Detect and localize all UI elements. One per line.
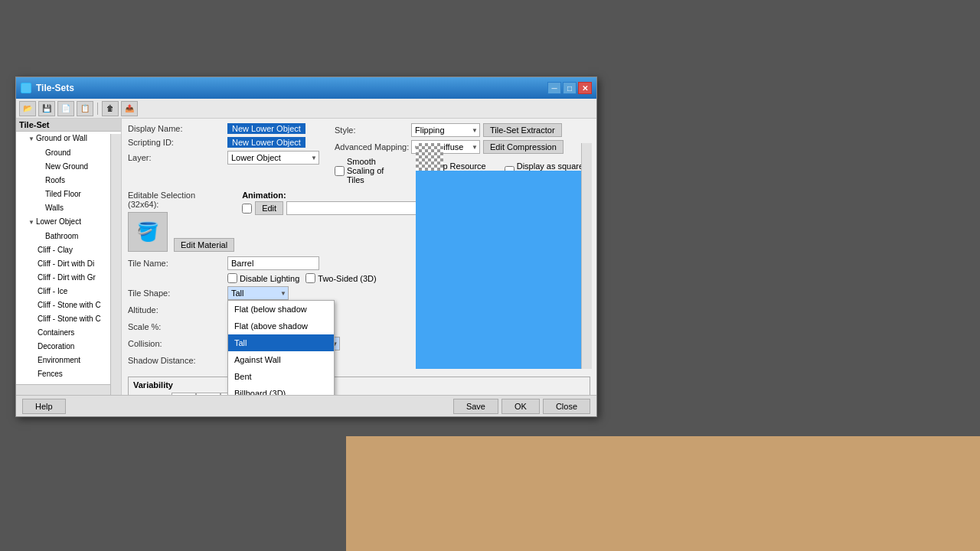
tree-item-bathroom[interactable]: Bathroom: [16, 230, 121, 243]
preview-scrollbar[interactable]: [581, 143, 592, 369]
toolbar-copy-button[interactable]: 📋: [77, 101, 93, 116]
scripting-id-row: Scripting ID: New Lower Object: [128, 137, 319, 148]
window-icon: [21, 83, 31, 93]
style-value: Flipping Tile-Set Extractor: [411, 123, 562, 137]
tree-content[interactable]: ▼Ground or Wall Ground New Ground Roofs …: [16, 132, 121, 393]
tree-item-decoration[interactable]: Decoration: [16, 340, 121, 354]
tree-header: Tile-Set: [16, 119, 121, 132]
toolbar-save-button[interactable]: 💾: [38, 101, 55, 116]
minimize-button[interactable]: ─: [547, 82, 561, 94]
tile-preview-box: 🪣: [128, 212, 168, 252]
dropdown-tall[interactable]: Tall: [228, 334, 334, 351]
tree-item-ground[interactable]: Ground: [16, 146, 121, 160]
toolbar-open-button[interactable]: 📂: [19, 101, 36, 116]
two-sided-label[interactable]: Two-Sided (3D): [305, 273, 376, 283]
disable-lighting-checkbox[interactable]: [227, 273, 237, 283]
props-panel: Display Name: New Lower Object Scripting…: [122, 119, 596, 395]
scale-label: Scale %:: [128, 322, 227, 331]
dropdown-billboard[interactable]: Billboard (3D): [228, 385, 334, 395]
tileset-extractor-button[interactable]: Tile-Set Extractor: [483, 123, 562, 137]
toolbar-delete-button[interactable]: 🗑: [102, 101, 119, 116]
tree-item-cliff-dirt1[interactable]: Cliff - Dirt with Di: [16, 257, 121, 271]
style-select-wrapper: Flipping: [411, 123, 480, 137]
tile-name-row: Tile Name:: [128, 256, 377, 270]
tree-item-fences[interactable]: Fences: [16, 367, 121, 381]
disable-lighting-label[interactable]: Disable Lighting: [227, 273, 299, 283]
dropdown-against-wall[interactable]: Against Wall: [228, 351, 334, 368]
display-name-row: Display Name: New Lower Object: [128, 123, 319, 134]
content-area: Tile-Set ▼Ground or Wall Ground New Grou…: [16, 119, 596, 395]
ok-button[interactable]: OK: [501, 399, 540, 414]
display-name-input[interactable]: New Lower Object: [227, 123, 305, 134]
scripting-id-label: Scripting ID:: [128, 138, 227, 147]
tile-name-input[interactable]: [227, 256, 319, 270]
save-button[interactable]: Save: [453, 399, 498, 414]
tree-hscroll[interactable]: [16, 384, 110, 395]
tile-shape-select[interactable]: Tall: [227, 286, 289, 300]
edit-material-button[interactable]: Edit Material: [174, 238, 234, 252]
smooth-scaling-checkbox[interactable]: [335, 166, 345, 176]
tree-item-walls[interactable]: Walls: [16, 201, 121, 215]
tree-item-tiled-floor[interactable]: Tiled Floor: [16, 187, 121, 201]
toolbar-separator: [97, 103, 98, 115]
tree-item-cliff-stone2[interactable]: Cliff - Stone with C: [16, 312, 121, 326]
left-props: Display Name: New Lower Object Scripting…: [128, 123, 319, 187]
scripting-id-value: New Lower Object: [227, 137, 305, 148]
style-row: Style: Flipping Tile-Set Extractor: [335, 123, 590, 137]
maximize-button[interactable]: □: [563, 82, 577, 94]
tile-shape-dropdown[interactable]: Flat (below shadow Flat (above shadow Ta…: [227, 300, 335, 395]
tile-shape-row: Tile Shape: Tall Flat (below shadow Flat…: [128, 286, 377, 300]
tile-preview-icon: 🪣: [136, 221, 159, 243]
close-button[interactable]: Close: [543, 399, 590, 414]
tree-item-ground-or-wall[interactable]: ▼Ground or Wall: [16, 132, 121, 146]
tree-vscroll[interactable]: [110, 134, 121, 395]
editable-selection-label: Editable Selection (32x64):: [128, 191, 227, 209]
display-name-label: Display Name:: [128, 124, 227, 133]
dropdown-flat-below[interactable]: Flat (below shadow: [228, 301, 334, 318]
editable-selection-row: Editable Selection (32x64):: [128, 191, 234, 209]
smooth-scaling-label[interactable]: Smooth Scaling of Tiles: [335, 157, 400, 184]
close-window-button[interactable]: ✕: [578, 82, 592, 94]
advanced-mapping-label: Advanced Mapping:: [335, 142, 411, 152]
preview-blue: [416, 171, 592, 369]
tree-item-environment[interactable]: Environment: [16, 354, 121, 367]
main-window: Tile-Sets ─ □ ✕ 📂 💾 📄 📋 🗑 📤 Tile-Set ▼Gr…: [15, 77, 597, 417]
edit-animation-button[interactable]: Edit: [255, 201, 283, 215]
edit-material-area: 🪣 Edit Material: [128, 212, 234, 252]
help-button[interactable]: Help: [22, 399, 66, 414]
variability-section: Variability Offset: Color:: [128, 377, 590, 395]
tree-item-cliff-dirt2[interactable]: Cliff - Dirt with Gr: [16, 271, 121, 285]
tree-item-containers[interactable]: Containers: [16, 326, 121, 340]
tile-name-label: Tile Name:: [128, 259, 227, 268]
display-name-value: New Lower Object: [227, 123, 305, 134]
dropdown-flat-above[interactable]: Flat (above shadow: [228, 318, 334, 334]
tree-item-cliff-stone1[interactable]: Cliff - Stone with C: [16, 298, 121, 312]
style-label: Style:: [335, 126, 411, 135]
dropdown-bent[interactable]: Bent: [228, 368, 334, 385]
tree-item-cliff-clay[interactable]: Cliff - Clay: [16, 243, 121, 257]
lighting-row: Disable Lighting Two-Sided (3D): [128, 273, 377, 283]
two-sided-checkbox[interactable]: [305, 273, 315, 283]
tree-item-new-ground[interactable]: New Ground: [16, 160, 121, 174]
variability-title: Variability: [133, 380, 585, 390]
preview-area: [416, 143, 592, 369]
shadow-distance-label: Shadow Distance:: [128, 356, 227, 365]
layer-row: Layer: Lower Object: [128, 151, 319, 165]
toolbar-new-button[interactable]: 📄: [57, 101, 74, 116]
title-controls[interactable]: ─ □ ✕: [547, 82, 592, 94]
bottom-bar: Help Save OK Close: [16, 395, 596, 416]
layer-value: Lower Object: [227, 151, 319, 165]
bottom-right-buttons: Save OK Close: [453, 399, 590, 414]
style-select[interactable]: Flipping: [411, 123, 480, 137]
toolbar-export-button[interactable]: 📤: [121, 101, 138, 116]
tree-panel: Tile-Set ▼Ground or Wall Ground New Grou…: [16, 119, 122, 395]
scripting-id-input[interactable]: New Lower Object: [227, 137, 305, 148]
tree-item-roofs[interactable]: Roofs: [16, 174, 121, 187]
preview-checkerboard: [416, 143, 443, 171]
animation-checkbox[interactable]: [242, 204, 252, 214]
layer-select[interactable]: Lower Object: [227, 151, 319, 165]
tree-item-cliff-ice[interactable]: Cliff - Ice: [16, 285, 121, 298]
tree-item-lower-object[interactable]: ▼Lower Object: [16, 215, 121, 230]
title-bar: Tile-Sets ─ □ ✕: [16, 77, 596, 99]
collision-label: Collision:: [128, 339, 227, 348]
